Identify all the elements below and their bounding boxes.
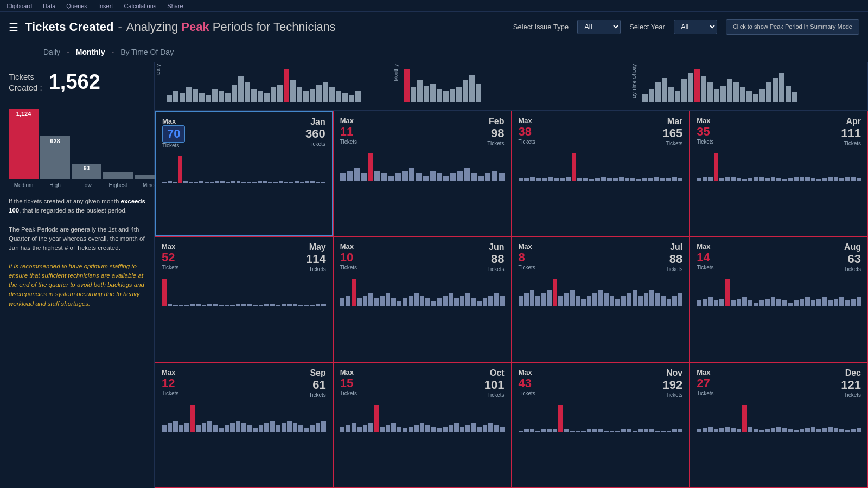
- month-card-mar[interactable]: Max 38 Tickets Mar 165 Tickets: [512, 111, 690, 236]
- max-value: 15: [340, 376, 357, 390]
- tab-by-time-of-day[interactable]: By Time Of Day: [120, 48, 174, 56]
- mini-bar-item: [456, 87, 462, 102]
- month-grid: Max 70 Tickets Jan 360 Tickets Max 11 Ti…: [155, 111, 868, 488]
- issue-type-select[interactable]: All: [577, 20, 621, 34]
- month-bar-item: [483, 298, 488, 306]
- menu-icon[interactable]: ☰: [9, 21, 18, 34]
- month-bar-item: [253, 305, 258, 306]
- month-bar-item: [492, 171, 497, 181]
- month-card-may[interactable]: Max 52 Tickets May 114 Tickets: [155, 236, 333, 362]
- mini-bar-item: [779, 73, 784, 102]
- peak-mode-button[interactable]: Click to show Peak Period in Summary Mod…: [726, 19, 859, 34]
- month-bar-item: [241, 304, 246, 306]
- month-bar-item: [630, 178, 635, 181]
- month-bar-item: [270, 304, 275, 306]
- month-section: Aug 63 Tickets: [844, 242, 861, 272]
- month-section: Nov 192 Tickets: [663, 368, 683, 398]
- mini-bar-item: [714, 89, 719, 102]
- month-bar-item: [162, 279, 167, 306]
- month-total: 98: [491, 126, 504, 140]
- month-bar-item: [708, 297, 713, 306]
- month-bar-item: [754, 429, 758, 432]
- month-card-oct[interactable]: Max 15 Tickets Oct 101 Tickets: [333, 362, 512, 488]
- month-bar-item: [168, 304, 173, 306]
- month-card-aug[interactable]: Max 14 Tickets Aug 63 Tickets: [690, 236, 868, 362]
- month-bar-item: [547, 290, 552, 306]
- month-card-feb[interactable]: Max 11 Tickets Feb 98 Tickets: [333, 111, 512, 236]
- month-bar-item: [805, 297, 810, 306]
- month-bar-item: [173, 421, 178, 432]
- month-bar-item: [660, 178, 665, 181]
- month-bar-item: [276, 305, 280, 306]
- month-bar-item: [667, 431, 672, 432]
- topbar-data[interactable]: Data: [43, 3, 55, 9]
- month-bar-item: [535, 296, 540, 306]
- month-section: Apr 111 Tickets: [841, 117, 861, 146]
- month-card-header: Max 70 Tickets Jan 360 Tickets: [162, 117, 326, 149]
- month-bar-item: [226, 182, 230, 183]
- month-bar-item: [437, 173, 443, 181]
- topbar-queries[interactable]: Queries: [66, 3, 87, 9]
- topbar-calculations[interactable]: Calculations: [124, 3, 156, 9]
- month-bar-item: [397, 301, 402, 306]
- month-total: 111: [841, 126, 861, 140]
- medium-bar-group: 1,124 Medium: [9, 109, 39, 188]
- topbar-clipboard[interactable]: Clipboard: [7, 3, 32, 9]
- month-bar-item: [253, 428, 258, 432]
- mini-bar-item: [297, 87, 302, 102]
- month-bar-item: [834, 299, 839, 306]
- month-bar-item: [293, 423, 298, 432]
- month-card-sep[interactable]: Max 12 Tickets Sep 61 Tickets: [155, 362, 333, 488]
- month-bar-item: [800, 177, 805, 181]
- month-bar-item: [816, 299, 821, 306]
- topbar-insert[interactable]: Insert: [98, 3, 113, 9]
- tickets-count: 1,562: [49, 70, 100, 94]
- month-bar-item: [725, 427, 730, 432]
- mini-bar-item: [450, 89, 455, 102]
- mini-bar-item: [329, 87, 335, 102]
- month-bar-item: [541, 429, 546, 432]
- month-card-jan[interactable]: Max 70 Tickets Jan 360 Tickets: [155, 111, 333, 236]
- topbar-share[interactable]: Share: [167, 3, 183, 9]
- month-total: 88: [491, 252, 504, 266]
- low-bar-label: Low: [81, 182, 91, 188]
- month-bar-item: [607, 178, 612, 181]
- month-bar-item: [241, 182, 246, 183]
- year-select[interactable]: All: [674, 20, 717, 34]
- month-tickets-label: Tickets: [666, 266, 682, 272]
- month-bar-item: [748, 178, 753, 181]
- month-card-jul[interactable]: Max 8 Tickets Jul 88 Tickets: [512, 236, 690, 362]
- high-bar-group: 628 High: [40, 136, 70, 188]
- month-bar-item: [178, 156, 182, 183]
- month-bar-item: [310, 181, 315, 183]
- month-bars: [340, 402, 505, 432]
- month-bar-item: [725, 279, 730, 306]
- month-bar-item: [213, 425, 218, 432]
- month-bar-item: [237, 181, 241, 183]
- month-bar-item: [477, 301, 482, 306]
- month-bar-item: [572, 153, 577, 181]
- month-bar-item: [610, 431, 615, 432]
- month-bar-item: [598, 290, 603, 306]
- month-bar-item: [236, 421, 241, 432]
- month-bar-item: [287, 304, 292, 306]
- month-card-nov[interactable]: Max 43 Tickets Nov 192 Tickets: [512, 362, 690, 488]
- month-bar-item: [794, 430, 799, 432]
- month-bar-item: [644, 293, 649, 306]
- tab-monthly[interactable]: Monthly: [76, 48, 105, 56]
- max-value: 52: [162, 251, 178, 265]
- month-name: Apr: [846, 117, 861, 126]
- max-value: 10: [340, 251, 357, 265]
- month-bar-item: [566, 177, 571, 181]
- max-value: 14: [697, 251, 713, 265]
- month-card-apr[interactable]: Max 35 Tickets Apr 111 Tickets: [690, 111, 868, 236]
- month-bar-item: [714, 429, 719, 432]
- max-section: Max 38 Tickets: [519, 117, 535, 145]
- month-card-dec[interactable]: Max 27 Tickets Dec 121 Tickets: [690, 362, 868, 488]
- mini-bar-item: [199, 93, 205, 102]
- month-card-header: Max 38 Tickets Mar 165 Tickets: [519, 117, 683, 146]
- month-name: Dec: [845, 368, 861, 378]
- month-card-jun[interactable]: Max 10 Tickets Jun 88 Tickets: [333, 236, 512, 362]
- month-section: Mar 165 Tickets: [663, 117, 683, 146]
- tab-daily[interactable]: Daily: [43, 48, 60, 56]
